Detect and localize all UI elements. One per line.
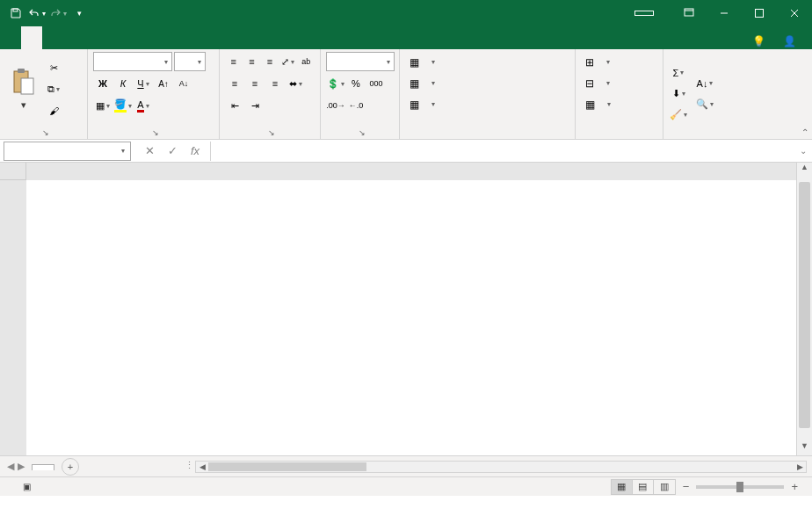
format-cells-button[interactable]: ▦▾: [581, 94, 657, 114]
delete-cells-button[interactable]: ⊟▾: [581, 73, 657, 93]
cond-format-icon: ▦: [410, 56, 419, 69]
formula-input[interactable]: [210, 142, 794, 161]
zoom-slider[interactable]: [696, 485, 784, 489]
cut-icon[interactable]: ✂: [44, 59, 63, 78]
sheet-tab[interactable]: [32, 464, 54, 470]
borders-icon[interactable]: ▦▾: [93, 96, 112, 115]
cancel-formula-icon[interactable]: ✕: [140, 142, 159, 161]
tab-nav-prev-icon[interactable]: ◀: [7, 461, 14, 472]
clear-icon[interactable]: 🧹▾: [669, 105, 688, 125]
decrease-decimal-icon[interactable]: ←.0: [346, 96, 366, 115]
tab-nav-next-icon[interactable]: ▶: [18, 461, 25, 472]
tab-formulas[interactable]: [84, 26, 105, 49]
share-button[interactable]: 👤: [778, 33, 805, 49]
qat-customize-icon[interactable]: ▾: [70, 4, 88, 22]
tab-split-handle[interactable]: ⋮: [185, 460, 190, 474]
insert-cells-button[interactable]: ⊞▾: [581, 52, 657, 72]
tab-help[interactable]: [169, 26, 190, 49]
tab-insert[interactable]: [42, 26, 63, 49]
paste-button[interactable]: ▾: [5, 52, 40, 127]
undo-icon[interactable]: ▾: [28, 4, 46, 22]
number-format-select[interactable]: ▾: [326, 52, 395, 71]
zoom-in-icon[interactable]: +: [791, 480, 798, 493]
tab-review[interactable]: [127, 26, 148, 49]
macro-record-icon[interactable]: ▣: [23, 482, 31, 491]
font-size-select[interactable]: ▾: [174, 52, 206, 71]
select-all-corner[interactable]: [0, 163, 26, 180]
fx-icon[interactable]: fx: [185, 142, 205, 161]
tab-file[interactable]: [0, 26, 21, 49]
add-sheet-icon[interactable]: +: [62, 458, 79, 476]
scroll-left-icon[interactable]: ◀: [196, 462, 208, 471]
cells-group-label: [581, 135, 657, 139]
format-painter-icon[interactable]: 🖌: [44, 101, 63, 120]
align-center-icon[interactable]: ≡: [245, 74, 265, 93]
tab-layout[interactable]: [63, 26, 84, 49]
italic-icon[interactable]: К: [113, 74, 133, 93]
zoom-out-icon[interactable]: −: [683, 480, 690, 493]
scroll-down-icon[interactable]: ▼: [797, 441, 812, 455]
sort-filter-icon[interactable]: A↓▾: [692, 74, 718, 93]
copy-icon[interactable]: ⧉▾: [44, 80, 63, 99]
vertical-scrollbar[interactable]: ▲ ▼: [796, 163, 812, 455]
tell-me-button[interactable]: 💡: [747, 33, 774, 49]
scroll-up-icon[interactable]: ▲: [797, 163, 812, 177]
ribbon-options-icon[interactable]: [671, 0, 707, 26]
increase-indent-icon[interactable]: ⇥: [245, 96, 265, 115]
ribbon: ▾ ✂ ⧉▾ 🖌 ↘ ▾ ▾ Ж К Ч▾ A↑ A↓ ▦▾: [0, 49, 812, 140]
comma-icon[interactable]: 000: [366, 74, 386, 93]
decrease-indent-icon[interactable]: ⇤: [225, 96, 244, 115]
maximize-icon[interactable]: [742, 0, 777, 26]
align-left-icon[interactable]: ≡: [225, 74, 244, 93]
fill-icon[interactable]: ⬇▾: [669, 84, 688, 104]
bold-icon[interactable]: Ж: [93, 74, 112, 93]
wrap-text-icon[interactable]: ab: [297, 52, 315, 71]
name-box[interactable]: ▾: [4, 142, 131, 161]
increase-decimal-icon[interactable]: .00→: [326, 96, 345, 115]
hscroll-thumb[interactable]: [208, 462, 366, 471]
font-color-icon[interactable]: A▾: [134, 96, 153, 115]
page-break-view-icon[interactable]: ▥: [654, 480, 675, 494]
align-middle-icon[interactable]: ≡: [243, 52, 261, 71]
conditional-format-button[interactable]: ▦▾: [405, 52, 569, 72]
cell-styles-button[interactable]: ▦▾: [405, 94, 569, 114]
save-icon[interactable]: [7, 4, 25, 22]
tab-data[interactable]: [105, 26, 127, 49]
merge-icon[interactable]: ⬌▾: [286, 74, 305, 93]
view-buttons: ▦ ▤ ▥: [611, 479, 676, 495]
minimize-icon[interactable]: [707, 0, 742, 26]
cells-grid[interactable]: [26, 180, 796, 455]
font-name-select[interactable]: ▾: [93, 52, 172, 71]
find-icon[interactable]: 🔍▾: [692, 95, 718, 114]
svg-rect-5: [21, 78, 33, 94]
close-icon[interactable]: [777, 0, 812, 26]
increase-font-icon[interactable]: A↑: [154, 74, 173, 93]
zoom-slider-thumb[interactable]: [736, 482, 743, 492]
align-top-icon[interactable]: ≡: [225, 52, 243, 71]
page-layout-view-icon[interactable]: ▤: [633, 480, 654, 494]
percent-icon[interactable]: %: [346, 74, 366, 93]
horizontal-scrollbar[interactable]: ◀ ▶: [195, 461, 807, 473]
normal-view-icon[interactable]: ▦: [612, 480, 633, 494]
svg-rect-0: [13, 9, 18, 11]
status-bar: ▣ ▦ ▤ ▥ − +: [0, 476, 812, 496]
decrease-font-icon[interactable]: A↓: [174, 74, 193, 93]
underline-icon[interactable]: Ч▾: [134, 74, 153, 93]
login-button[interactable]: [634, 11, 654, 16]
fill-color-icon[interactable]: 🪣▾: [113, 96, 133, 115]
align-bottom-icon[interactable]: ≡: [261, 52, 279, 71]
collapse-ribbon-icon[interactable]: ⌃: [801, 127, 808, 137]
sheet-tabs-row: ◀ ▶ + ⋮ ◀ ▶: [0, 455, 812, 476]
vscroll-thumb[interactable]: [799, 182, 810, 428]
currency-icon[interactable]: 💲▾: [326, 74, 345, 93]
autosum-icon[interactable]: Σ▾: [669, 63, 688, 83]
tab-view[interactable]: [148, 26, 169, 49]
tab-home[interactable]: [21, 26, 42, 49]
redo-icon[interactable]: ▾: [49, 4, 67, 22]
scroll-right-icon[interactable]: ▶: [794, 462, 806, 471]
align-right-icon[interactable]: ≡: [265, 74, 285, 93]
expand-formula-icon[interactable]: ⌄: [794, 146, 812, 156]
orientation-icon[interactable]: ⤢▾: [279, 52, 297, 71]
enter-formula-icon[interactable]: ✓: [163, 142, 182, 161]
format-as-table-button[interactable]: ▦▾: [405, 73, 569, 93]
